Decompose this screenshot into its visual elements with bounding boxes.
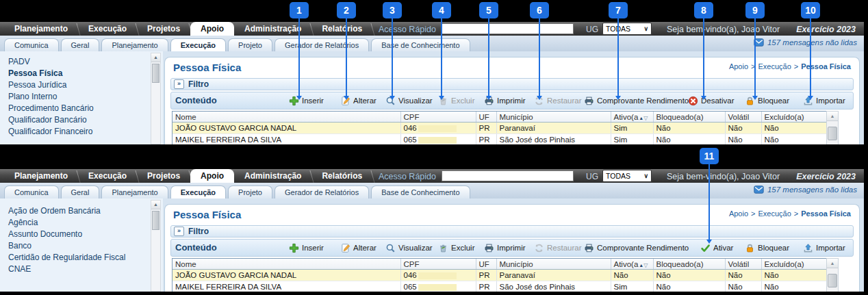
menu-tab-administracao[interactable]: Administração — [234, 22, 311, 36]
sort-desc-icon[interactable]: ▽ — [643, 115, 648, 121]
unread-messages-link[interactable]: 157 mensagens não lidas — [754, 185, 857, 194]
table-scrollbar-thumb[interactable] — [828, 274, 837, 287]
table-scrollbar[interactable]: ▲ — [826, 111, 839, 144]
cell-nome[interactable]: MAIKEL FERREIRA DA SILVA — [173, 134, 400, 145]
menu-tab-projetos[interactable]: Projetos — [137, 22, 190, 36]
ug-select[interactable]: TODAS ∨ — [602, 170, 652, 182]
inserir-button[interactable]: Inserir — [289, 242, 324, 253]
column-header-volatil[interactable]: Volátil — [725, 259, 761, 270]
comprovante-rendimento-button[interactable]: Comprovante Rendimento — [584, 242, 689, 253]
breadcrumb-execucao[interactable]: Execução — [758, 62, 791, 70]
breadcrumb-apoio[interactable]: Apoio — [729, 209, 748, 218]
comprovante-rendimento-button[interactable]: Comprovante Rendimento — [584, 95, 689, 106]
sidebar-item-pessoa-juridica[interactable]: Pessoa Jurídica — [0, 79, 163, 91]
imprimir-button[interactable]: Imprimir — [484, 242, 526, 253]
sidebar-item-pessoa-fisica[interactable]: Pessoa Física — [0, 68, 163, 79]
menu-tab-execucao[interactable]: Execução — [78, 22, 137, 36]
subtab-geral[interactable]: Geral — [61, 38, 100, 51]
cell-excluido[interactable]: Não — [761, 270, 827, 281]
quick-access-input[interactable] — [442, 23, 574, 34]
menu-tab-projetos[interactable]: Projetos — [137, 169, 190, 183]
scroll-up-icon[interactable]: ▲ — [151, 53, 160, 62]
cell-ativo[interactable]: Sim — [611, 281, 653, 292]
inserir-button[interactable]: Inserir — [289, 95, 324, 106]
menu-tab-execucao[interactable]: Execução — [78, 169, 137, 183]
column-header-nome[interactable]: Nome — [173, 112, 400, 123]
sidebar-scrollbar-thumb[interactable] — [152, 64, 159, 83]
sidebar-scrollbar[interactable]: ▲ — [151, 200, 161, 292]
cell-uf[interactable]: PR — [476, 134, 496, 145]
subtab-gerador-de-relatorios[interactable]: Gerador de Relatórios — [275, 185, 369, 198]
scroll-up-icon[interactable]: ▲ — [151, 201, 160, 209]
cell-nome[interactable]: JOÃO GUSTAVO GARCIA NADAL — [173, 270, 400, 281]
column-header-uf[interactable]: UF — [476, 112, 496, 123]
sidebar-item-procedimento-bancario[interactable]: Procedimento Bancário — [0, 103, 163, 114]
menu-tab-relatorios[interactable]: Relatórios — [311, 22, 372, 36]
subtab-planejamento[interactable]: Planejamento — [101, 185, 168, 198]
subtab-execucao[interactable]: Execução — [170, 38, 226, 51]
column-header-bloqueado[interactable]: Bloqueado(a) — [653, 112, 725, 123]
column-header-excluido[interactable]: Excluído(a) — [761, 112, 827, 123]
column-header-cpf[interactable]: CPF — [400, 112, 476, 123]
table-scrollbar-thumb[interactable] — [828, 127, 837, 140]
filter-bar[interactable]: » Filtro — [170, 78, 854, 90]
expand-icon[interactable]: » — [174, 227, 184, 236]
subtab-gerador-de-relatorios[interactable]: Gerador de Relatórios — [275, 38, 369, 51]
subtab-execucao[interactable]: Execução — [170, 185, 226, 198]
cell-cpf[interactable]: 046 — [400, 123, 476, 134]
column-header-excluido[interactable]: Excluído(a) — [761, 259, 827, 270]
sidebar-scrollbar[interactable]: ▲ — [151, 53, 161, 144]
cell-excluido[interactable]: Não — [761, 281, 827, 292]
restaurar-button[interactable]: Restaurar — [534, 242, 582, 253]
menu-tab-apoio[interactable]: Apoio — [190, 22, 234, 36]
column-header-nome[interactable]: Nome — [173, 259, 400, 270]
cell-municipio[interactable]: São José dos Pinhais — [496, 134, 611, 145]
subtab-comunica[interactable]: Comunica — [4, 185, 59, 198]
cell-uf[interactable]: PR — [476, 270, 496, 281]
unread-messages-link[interactable]: 157 mensagens não lidas — [754, 38, 857, 47]
cell-nome[interactable]: JOÃO GUSTAVO GARCIA NADAL — [173, 123, 400, 134]
column-header-ativo[interactable]: Ativo(a▲▽ — [611, 112, 653, 123]
sidebar-item-plano-interno[interactable]: Plano Interno — [0, 91, 163, 103]
sidebar-item-qualificador-bancario[interactable]: Qualificador Bancário — [0, 114, 163, 126]
menu-tab-administracao[interactable]: Administração — [234, 169, 311, 183]
subtab-base-de-conhecimento[interactable]: Base de Conhecimento — [371, 38, 470, 51]
breadcrumb-execucao[interactable]: Execução — [758, 209, 791, 218]
cell-cpf[interactable]: 065 — [400, 134, 476, 145]
sidebar-item-banco[interactable]: Banco — [0, 240, 163, 252]
bloquear-button[interactable]: Bloquear — [745, 95, 789, 106]
ug-select[interactable]: TODAS ∨ — [602, 23, 652, 35]
cell-municipio[interactable]: Paranavaí — [496, 270, 611, 281]
cell-bloqueado[interactable]: Não — [653, 123, 725, 134]
cell-bloqueado[interactable]: Não — [653, 134, 725, 145]
subtab-projeto[interactable]: Projeto — [228, 38, 272, 51]
column-header-municipio[interactable]: Município — [496, 112, 611, 123]
quick-access-input[interactable] — [442, 170, 574, 181]
sidebar-item-agencia[interactable]: Agência — [0, 217, 163, 229]
sidebar-item-acao-de-ordem-bancaria[interactable]: Ação de Ordem Bancária — [0, 205, 163, 217]
cell-ativo[interactable]: Sim — [611, 134, 653, 145]
filter-bar[interactable]: » Filtro — [170, 225, 854, 238]
subtab-comunica[interactable]: Comunica — [4, 38, 59, 51]
sidebar-item-qualificador-financeiro[interactable]: Qualificador Financeiro — [0, 126, 163, 138]
sidebar-item-certidao-de-regularidade-fiscal[interactable]: Certidão de Regularidade Fiscal — [0, 252, 163, 264]
cell-municipio[interactable]: São José dos Pinhais — [496, 281, 611, 292]
cell-municipio[interactable]: Paranavaí — [496, 123, 611, 134]
cell-cpf[interactable]: 065 — [400, 281, 476, 292]
sidebar-item-cnae[interactable]: CNAE — [0, 264, 163, 275]
cell-volatil[interactable]: Não — [725, 123, 761, 134]
cell-volatil[interactable]: Não — [725, 281, 761, 292]
menu-tab-planejamento[interactable]: Planejamento — [4, 22, 78, 36]
column-header-municipio[interactable]: Município — [496, 259, 611, 270]
table-scrollbar[interactable]: ▲ — [826, 258, 839, 292]
cell-uf[interactable]: PR — [476, 123, 496, 134]
cell-nome[interactable]: MAIKEL FERREIRA DA SILVA — [173, 281, 400, 292]
cell-volatil[interactable]: Não — [725, 270, 761, 281]
cell-uf[interactable]: PR — [476, 281, 496, 292]
cell-bloqueado[interactable]: Não — [653, 270, 725, 281]
sidebar-scrollbar-thumb[interactable] — [152, 211, 159, 230]
importar-button[interactable]: Importar — [803, 242, 845, 253]
column-header-bloqueado[interactable]: Bloqueado(a) — [653, 259, 725, 270]
menu-tab-relatorios[interactable]: Relatórios — [311, 169, 372, 183]
excluir-button[interactable]: Excluir — [438, 242, 475, 253]
